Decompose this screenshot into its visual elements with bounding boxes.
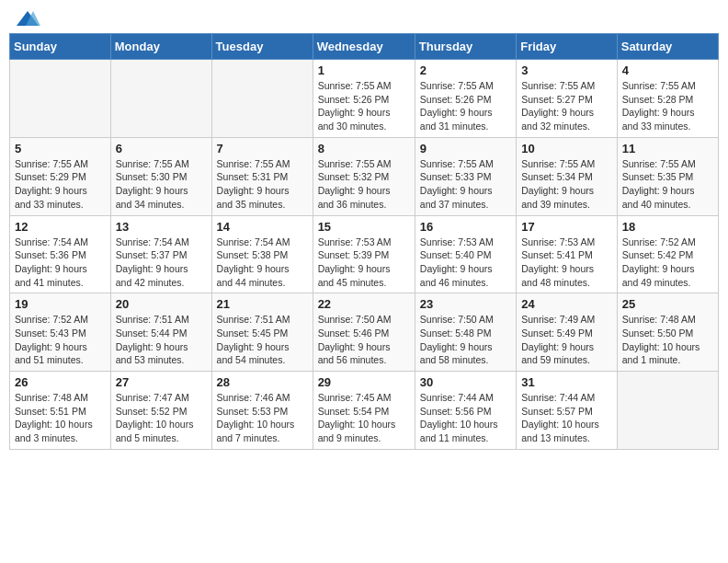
day-number: 8 bbox=[318, 142, 410, 155]
calendar-cell: 18Sunrise: 7:52 AM Sunset: 5:42 PM Dayli… bbox=[617, 215, 718, 293]
day-info: Sunrise: 7:48 AM Sunset: 5:51 PM Dayligh… bbox=[15, 391, 106, 445]
day-number: 31 bbox=[521, 375, 612, 389]
day-info: Sunrise: 7:53 AM Sunset: 5:39 PM Dayligh… bbox=[318, 236, 410, 290]
day-info: Sunrise: 7:55 AM Sunset: 5:26 PM Dayligh… bbox=[420, 79, 511, 133]
day-number: 23 bbox=[420, 297, 511, 311]
day-info: Sunrise: 7:55 AM Sunset: 5:31 PM Dayligh… bbox=[217, 157, 308, 212]
calendar-cell: 13Sunrise: 7:54 AM Sunset: 5:37 PM Dayli… bbox=[110, 215, 211, 293]
day-number: 10 bbox=[521, 142, 612, 155]
day-number: 16 bbox=[420, 220, 511, 234]
weekday-header-thursday: Thursday bbox=[415, 34, 516, 60]
calendar-table: SundayMondayTuesdayWednesdayThursdayFrid… bbox=[9, 33, 719, 450]
day-number: 24 bbox=[521, 297, 612, 311]
calendar-week-row: 26Sunrise: 7:48 AM Sunset: 5:51 PM Dayli… bbox=[10, 372, 719, 450]
calendar-cell: 23Sunrise: 7:50 AM Sunset: 5:48 PM Dayli… bbox=[415, 293, 516, 372]
day-info: Sunrise: 7:50 AM Sunset: 5:46 PM Dayligh… bbox=[318, 313, 410, 367]
calendar-cell: 20Sunrise: 7:51 AM Sunset: 5:44 PM Dayli… bbox=[110, 293, 211, 372]
calendar-cell bbox=[211, 60, 313, 138]
day-number: 6 bbox=[116, 142, 207, 155]
page-header bbox=[9, 9, 719, 26]
calendar-cell: 24Sunrise: 7:49 AM Sunset: 5:49 PM Dayli… bbox=[517, 293, 618, 372]
calendar-cell: 4Sunrise: 7:55 AM Sunset: 5:28 PM Daylig… bbox=[617, 60, 718, 138]
weekday-header-saturday: Saturday bbox=[617, 34, 718, 60]
day-info: Sunrise: 7:54 AM Sunset: 5:36 PM Dayligh… bbox=[15, 236, 106, 290]
weekday-header-row: SundayMondayTuesdayWednesdayThursdayFrid… bbox=[10, 34, 719, 60]
day-number: 15 bbox=[318, 220, 410, 234]
day-info: Sunrise: 7:55 AM Sunset: 5:26 PM Dayligh… bbox=[318, 79, 410, 133]
day-number: 18 bbox=[622, 220, 713, 234]
day-info: Sunrise: 7:55 AM Sunset: 5:30 PM Dayligh… bbox=[116, 157, 207, 212]
day-number: 25 bbox=[622, 297, 713, 311]
calendar-cell: 16Sunrise: 7:53 AM Sunset: 5:40 PM Dayli… bbox=[415, 215, 516, 293]
calendar-cell: 7Sunrise: 7:55 AM Sunset: 5:31 PM Daylig… bbox=[211, 137, 313, 215]
day-info: Sunrise: 7:44 AM Sunset: 5:57 PM Dayligh… bbox=[521, 391, 612, 445]
day-number: 4 bbox=[622, 63, 713, 77]
calendar-week-row: 19Sunrise: 7:52 AM Sunset: 5:43 PM Dayli… bbox=[10, 293, 719, 372]
day-number: 14 bbox=[217, 220, 308, 234]
calendar-cell: 3Sunrise: 7:55 AM Sunset: 5:27 PM Daylig… bbox=[517, 60, 618, 138]
calendar-cell bbox=[617, 372, 718, 450]
day-info: Sunrise: 7:51 AM Sunset: 5:44 PM Dayligh… bbox=[116, 313, 207, 367]
day-info: Sunrise: 7:55 AM Sunset: 5:29 PM Dayligh… bbox=[15, 157, 106, 212]
day-number: 17 bbox=[521, 220, 612, 234]
calendar-cell: 2Sunrise: 7:55 AM Sunset: 5:26 PM Daylig… bbox=[415, 60, 516, 138]
day-info: Sunrise: 7:46 AM Sunset: 5:53 PM Dayligh… bbox=[217, 391, 308, 445]
weekday-header-sunday: Sunday bbox=[10, 34, 111, 60]
day-number: 27 bbox=[116, 375, 207, 389]
day-number: 29 bbox=[318, 375, 410, 389]
day-info: Sunrise: 7:51 AM Sunset: 5:45 PM Dayligh… bbox=[217, 313, 308, 367]
logo-icon bbox=[15, 9, 40, 29]
day-info: Sunrise: 7:52 AM Sunset: 5:43 PM Dayligh… bbox=[15, 313, 106, 367]
day-number: 13 bbox=[116, 220, 207, 234]
day-number: 2 bbox=[420, 63, 511, 77]
day-number: 1 bbox=[318, 63, 410, 77]
day-number: 3 bbox=[521, 63, 612, 77]
day-info: Sunrise: 7:55 AM Sunset: 5:35 PM Dayligh… bbox=[622, 157, 713, 212]
calendar-cell: 9Sunrise: 7:55 AM Sunset: 5:33 PM Daylig… bbox=[415, 137, 516, 215]
day-number: 9 bbox=[420, 142, 511, 155]
day-number: 7 bbox=[217, 142, 308, 155]
day-number: 12 bbox=[15, 220, 106, 234]
calendar-cell: 27Sunrise: 7:47 AM Sunset: 5:52 PM Dayli… bbox=[110, 372, 211, 450]
day-number: 30 bbox=[420, 375, 511, 389]
day-info: Sunrise: 7:48 AM Sunset: 5:50 PM Dayligh… bbox=[622, 313, 713, 367]
calendar-cell: 1Sunrise: 7:55 AM Sunset: 5:26 PM Daylig… bbox=[313, 60, 415, 138]
weekday-header-friday: Friday bbox=[517, 34, 618, 60]
day-number: 20 bbox=[116, 297, 207, 311]
calendar-cell: 26Sunrise: 7:48 AM Sunset: 5:51 PM Dayli… bbox=[10, 372, 111, 450]
day-number: 21 bbox=[217, 297, 308, 311]
day-info: Sunrise: 7:55 AM Sunset: 5:33 PM Dayligh… bbox=[420, 157, 511, 212]
calendar-cell: 10Sunrise: 7:55 AM Sunset: 5:34 PM Dayli… bbox=[517, 137, 618, 215]
day-number: 26 bbox=[15, 375, 106, 389]
calendar-cell: 5Sunrise: 7:55 AM Sunset: 5:29 PM Daylig… bbox=[10, 137, 111, 215]
calendar-cell bbox=[110, 60, 211, 138]
calendar-cell: 6Sunrise: 7:55 AM Sunset: 5:30 PM Daylig… bbox=[110, 137, 211, 215]
day-info: Sunrise: 7:44 AM Sunset: 5:56 PM Dayligh… bbox=[420, 391, 511, 445]
weekday-header-tuesday: Tuesday bbox=[211, 34, 313, 60]
calendar-cell: 14Sunrise: 7:54 AM Sunset: 5:38 PM Dayli… bbox=[211, 215, 313, 293]
day-info: Sunrise: 7:53 AM Sunset: 5:41 PM Dayligh… bbox=[521, 236, 612, 290]
day-info: Sunrise: 7:55 AM Sunset: 5:34 PM Dayligh… bbox=[521, 157, 612, 212]
calendar-cell: 25Sunrise: 7:48 AM Sunset: 5:50 PM Dayli… bbox=[617, 293, 718, 372]
calendar-week-row: 12Sunrise: 7:54 AM Sunset: 5:36 PM Dayli… bbox=[10, 215, 719, 293]
calendar-cell: 30Sunrise: 7:44 AM Sunset: 5:56 PM Dayli… bbox=[415, 372, 516, 450]
calendar-cell: 22Sunrise: 7:50 AM Sunset: 5:46 PM Dayli… bbox=[313, 293, 415, 372]
calendar-cell: 19Sunrise: 7:52 AM Sunset: 5:43 PM Dayli… bbox=[10, 293, 111, 372]
calendar-cell: 21Sunrise: 7:51 AM Sunset: 5:45 PM Dayli… bbox=[211, 293, 313, 372]
calendar-cell bbox=[10, 60, 111, 138]
calendar-cell: 17Sunrise: 7:53 AM Sunset: 5:41 PM Dayli… bbox=[517, 215, 618, 293]
weekday-header-monday: Monday bbox=[110, 34, 211, 60]
day-info: Sunrise: 7:54 AM Sunset: 5:37 PM Dayligh… bbox=[116, 236, 207, 290]
day-info: Sunrise: 7:52 AM Sunset: 5:42 PM Dayligh… bbox=[622, 236, 713, 290]
day-number: 5 bbox=[15, 142, 106, 155]
day-info: Sunrise: 7:55 AM Sunset: 5:28 PM Dayligh… bbox=[622, 79, 713, 133]
calendar-cell: 31Sunrise: 7:44 AM Sunset: 5:57 PM Dayli… bbox=[517, 372, 618, 450]
day-number: 11 bbox=[622, 142, 713, 155]
day-info: Sunrise: 7:47 AM Sunset: 5:52 PM Dayligh… bbox=[116, 391, 207, 445]
day-info: Sunrise: 7:54 AM Sunset: 5:38 PM Dayligh… bbox=[217, 236, 308, 290]
calendar-cell: 28Sunrise: 7:46 AM Sunset: 5:53 PM Dayli… bbox=[211, 372, 313, 450]
day-info: Sunrise: 7:55 AM Sunset: 5:32 PM Dayligh… bbox=[318, 157, 410, 212]
calendar-cell: 8Sunrise: 7:55 AM Sunset: 5:32 PM Daylig… bbox=[313, 137, 415, 215]
day-info: Sunrise: 7:49 AM Sunset: 5:49 PM Dayligh… bbox=[521, 313, 612, 367]
day-number: 28 bbox=[217, 375, 308, 389]
